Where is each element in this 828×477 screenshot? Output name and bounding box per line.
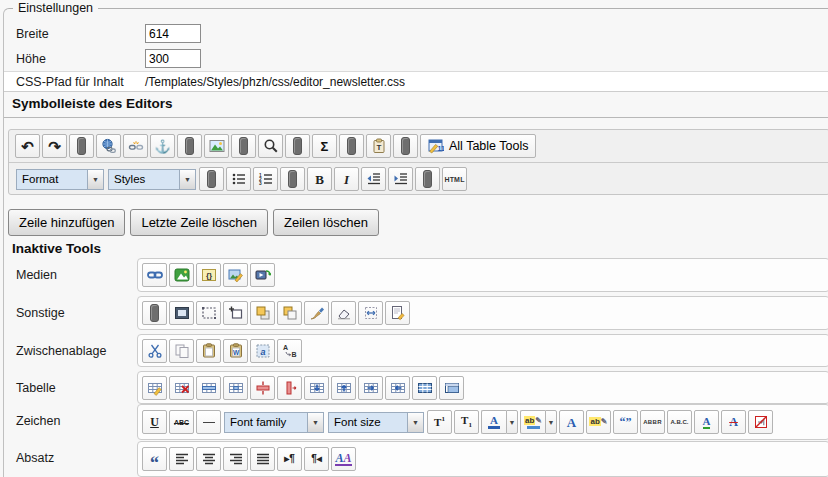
italic-button[interactable]: I bbox=[334, 167, 359, 191]
insertion-button[interactable]: A bbox=[694, 410, 719, 434]
col-insert-before-button[interactable] bbox=[385, 376, 410, 400]
subscript-button[interactable]: T1 bbox=[454, 410, 479, 434]
indent-button[interactable] bbox=[388, 167, 413, 191]
copy-button[interactable] bbox=[169, 339, 194, 363]
format-brush-button[interactable] bbox=[304, 301, 329, 325]
separator-handle[interactable] bbox=[280, 167, 305, 191]
merge-cells-button[interactable] bbox=[412, 376, 437, 400]
style-props-button[interactable]: AA bbox=[331, 447, 356, 471]
send-backward-button[interactable] bbox=[277, 301, 302, 325]
row-insert-before-button[interactable] bbox=[331, 376, 356, 400]
select-all-button[interactable]: a bbox=[250, 339, 275, 363]
separator-handle[interactable] bbox=[177, 134, 202, 158]
blockquote-icon: “ bbox=[147, 451, 163, 467]
rtl-button[interactable]: ¶◂ bbox=[304, 447, 329, 471]
separator-handle[interactable] bbox=[285, 134, 310, 158]
styles-select[interactable]: Styles▼ bbox=[108, 169, 196, 190]
split-cells-button[interactable] bbox=[439, 376, 464, 400]
col-insert-after-button[interactable] bbox=[358, 376, 383, 400]
fontfamily-select[interactable]: Font family▼ bbox=[224, 412, 324, 433]
search-button[interactable] bbox=[258, 134, 283, 158]
row-insert-after-button[interactable] bbox=[304, 376, 329, 400]
eraser-button[interactable] bbox=[331, 301, 356, 325]
separator-handle[interactable] bbox=[231, 134, 256, 158]
add-row-button[interactable]: Zeile hinzufügen bbox=[8, 209, 125, 236]
media-button[interactable] bbox=[250, 263, 275, 287]
table-tools-button[interactable]: 11All Table Tools bbox=[420, 134, 536, 158]
acronym-button[interactable]: A.B.C. bbox=[667, 410, 692, 434]
align-justify-button[interactable] bbox=[250, 447, 275, 471]
bring-forward-button[interactable] bbox=[250, 301, 275, 325]
align-center-button[interactable] bbox=[196, 447, 221, 471]
highlight-color-split-button[interactable]: ab✎▼ bbox=[520, 410, 557, 434]
media-icon bbox=[255, 267, 271, 283]
row-insert-after-icon bbox=[309, 380, 325, 396]
highlight-picker-button[interactable]: ab✎ bbox=[586, 410, 611, 434]
separator-handle[interactable] bbox=[339, 134, 364, 158]
row-delete-button[interactable] bbox=[250, 376, 275, 400]
separator-handle[interactable] bbox=[69, 134, 94, 158]
numbered-list-button[interactable]: 123 bbox=[253, 167, 278, 191]
align-left-button[interactable] bbox=[169, 447, 194, 471]
edit-image-button[interactable] bbox=[223, 263, 248, 287]
align-right-button[interactable] bbox=[223, 447, 248, 471]
template-button[interactable]: {} bbox=[196, 263, 221, 287]
separator-handle[interactable] bbox=[142, 301, 167, 325]
cell-properties-button[interactable] bbox=[223, 376, 248, 400]
delete-last-row-button[interactable]: Letzte Zeile löschen bbox=[130, 209, 268, 236]
text-color-split-button[interactable]: A▼ bbox=[481, 410, 518, 434]
abbreviation-button[interactable]: ABBR bbox=[640, 410, 665, 434]
table-delete-button[interactable] bbox=[169, 376, 194, 400]
cut-button[interactable] bbox=[142, 339, 167, 363]
delete-rows-button[interactable]: Zeilen löschen bbox=[273, 209, 379, 236]
find-replace-button[interactable]: AB bbox=[277, 339, 302, 363]
separator-handle[interactable] bbox=[199, 167, 224, 191]
deletion-button[interactable]: A bbox=[721, 410, 746, 434]
rtl-icon: ¶◂ bbox=[309, 451, 325, 467]
bold-button[interactable]: B bbox=[307, 167, 332, 191]
anchor-button[interactable]: ⚓ bbox=[150, 134, 175, 158]
underline-button[interactable]: U bbox=[142, 410, 167, 434]
highlight-color-button[interactable]: ab✎ bbox=[520, 410, 545, 434]
unlink-button[interactable] bbox=[123, 134, 148, 158]
fullscreen-button[interactable] bbox=[169, 301, 194, 325]
height-input[interactable] bbox=[145, 49, 201, 68]
paste-button[interactable] bbox=[196, 339, 221, 363]
citation-button[interactable]: “” bbox=[613, 410, 638, 434]
sigma-button[interactable]: Σ bbox=[312, 134, 337, 158]
horizontal-rule-button[interactable] bbox=[196, 410, 221, 434]
visual-aid-button[interactable] bbox=[196, 301, 221, 325]
paste-word-button[interactable]: W bbox=[223, 339, 248, 363]
page-properties-button[interactable] bbox=[385, 301, 410, 325]
row-properties-button[interactable] bbox=[196, 376, 221, 400]
bullet-list-button[interactable] bbox=[226, 167, 251, 191]
ltr-button[interactable]: ▸¶ bbox=[277, 447, 302, 471]
absolute-position-button[interactable] bbox=[358, 301, 383, 325]
superscript-button[interactable]: T1 bbox=[427, 410, 452, 434]
fontsize-select[interactable]: Font size▼ bbox=[328, 412, 424, 433]
photo-button[interactable] bbox=[169, 263, 194, 287]
text-color-picker-button[interactable]: A bbox=[559, 410, 584, 434]
text-color-button[interactable]: A bbox=[481, 410, 506, 434]
outdent-button[interactable] bbox=[361, 167, 386, 191]
link-chain-button[interactable] bbox=[142, 263, 167, 287]
strikethrough-button[interactable]: ABC bbox=[169, 410, 194, 434]
chevron-down-icon[interactable]: ▼ bbox=[506, 410, 518, 434]
link-button[interactable] bbox=[96, 134, 121, 158]
nonbreaking-button[interactable] bbox=[748, 410, 773, 434]
chevron-down-icon[interactable]: ▼ bbox=[545, 410, 557, 434]
separator-handle[interactable] bbox=[393, 134, 418, 158]
paste-text-icon: T bbox=[371, 138, 387, 154]
redo-button[interactable]: ↷ bbox=[42, 134, 67, 158]
blockquote-button[interactable]: “ bbox=[142, 447, 167, 471]
insert-layer-button[interactable] bbox=[223, 301, 248, 325]
undo-button[interactable]: ↶ bbox=[15, 134, 40, 158]
col-delete-button[interactable] bbox=[277, 376, 302, 400]
format-select[interactable]: Format▼ bbox=[16, 169, 104, 190]
image-button[interactable] bbox=[204, 134, 229, 158]
separator-handle[interactable] bbox=[415, 167, 440, 191]
html-source-button[interactable]: HTML bbox=[442, 167, 467, 191]
width-input[interactable] bbox=[145, 24, 201, 43]
paste-text-button[interactable]: T bbox=[366, 134, 391, 158]
table-insert-button[interactable] bbox=[142, 376, 167, 400]
